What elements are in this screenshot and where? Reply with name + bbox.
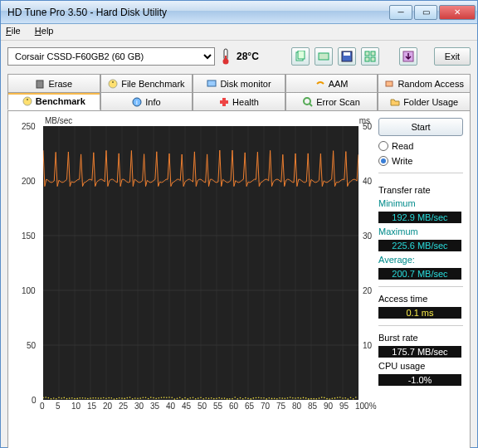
- svg-point-56: [61, 397, 62, 399]
- load-button[interactable]: [399, 47, 417, 66]
- svg-point-134: [266, 398, 267, 400]
- svg-rect-5: [319, 53, 329, 60]
- start-button[interactable]: Start: [378, 118, 463, 136]
- access-time-label: Access time: [378, 294, 463, 304]
- maximize-button[interactable]: ▭: [414, 5, 437, 20]
- drive-select[interactable]: Corsair CSSD-F60GB2 (60 GB): [7, 47, 215, 66]
- tab-file-benchmark[interactable]: File Benchmark: [100, 74, 193, 92]
- svg-point-15: [112, 81, 114, 83]
- svg-point-158: [329, 398, 330, 400]
- svg-point-106: [193, 397, 194, 399]
- access-time-value: 0.1 ms: [378, 307, 461, 319]
- svg-point-70: [98, 397, 100, 399]
- tab-error-scan[interactable]: Error Scan: [285, 92, 378, 110]
- menu-file[interactable]: File: [6, 26, 21, 36]
- svg-point-127: [247, 398, 249, 400]
- y-axis-left-label: MB/sec: [45, 116, 72, 125]
- svg-point-104: [187, 398, 188, 400]
- average-value: 200.7 MB/sec: [378, 268, 461, 280]
- svg-point-102: [182, 398, 183, 400]
- svg-point-116: [218, 397, 220, 399]
- svg-point-73: [105, 398, 107, 400]
- svg-point-18: [23, 97, 32, 105]
- svg-point-112: [208, 398, 210, 400]
- read-radio[interactable]: Read: [378, 141, 463, 151]
- tab-erase[interactable]: Erase: [7, 74, 100, 92]
- toolbar: Corsair CSSD-F60GB2 (60 GB) 28°C Exit: [1, 41, 477, 72]
- minimize-button[interactable]: ─: [389, 5, 412, 20]
- svg-point-147: [300, 397, 302, 399]
- tab-disk-monitor[interactable]: Disk monitor: [193, 74, 285, 92]
- write-radio[interactable]: Write: [378, 156, 463, 166]
- transfer-rate-label: Transfer rate: [378, 185, 463, 195]
- svg-point-153: [316, 398, 318, 400]
- svg-point-113: [211, 397, 212, 399]
- svg-point-151: [310, 398, 312, 400]
- svg-line-25: [310, 104, 312, 106]
- svg-point-115: [216, 398, 217, 400]
- close-button[interactable]: ✕: [439, 5, 476, 20]
- svg-point-119: [227, 398, 228, 400]
- menu-help[interactable]: Help: [35, 26, 54, 36]
- svg-point-159: [332, 398, 334, 400]
- svg-point-60: [71, 397, 73, 399]
- svg-point-103: [184, 397, 186, 399]
- svg-point-54: [56, 398, 57, 400]
- svg-point-52: [51, 398, 52, 400]
- svg-point-140: [281, 397, 283, 399]
- svg-point-105: [190, 397, 192, 399]
- tab-benchmark[interactable]: Benchmark: [7, 92, 100, 110]
- svg-rect-13: [37, 80, 43, 88]
- svg-point-14: [109, 80, 117, 88]
- svg-point-124: [240, 397, 241, 399]
- svg-rect-4: [298, 51, 305, 59]
- svg-point-156: [324, 397, 325, 399]
- save-button[interactable]: [338, 47, 356, 66]
- tab-folder-usage[interactable]: Folder Usage: [378, 92, 471, 110]
- svg-point-87: [143, 397, 144, 398]
- minimum-value: 192.9 MB/sec: [378, 212, 461, 223]
- chart-svg: [43, 126, 358, 400]
- svg-point-89: [148, 398, 149, 400]
- screenshot-button[interactable]: [315, 47, 333, 66]
- svg-point-61: [74, 398, 76, 400]
- svg-point-59: [69, 397, 71, 399]
- svg-point-67: [90, 397, 91, 399]
- svg-point-84: [134, 397, 136, 399]
- svg-point-101: [179, 397, 181, 399]
- options-button[interactable]: [361, 47, 379, 66]
- svg-point-138: [276, 398, 278, 400]
- tab-random-access[interactable]: Random Access: [378, 74, 471, 92]
- svg-point-91: [153, 397, 154, 399]
- svg-point-53: [53, 397, 55, 399]
- svg-point-143: [290, 397, 291, 398]
- svg-point-168: [355, 397, 357, 398]
- svg-point-85: [137, 397, 139, 399]
- svg-rect-7: [344, 52, 350, 56]
- menubar: File Help: [1, 24, 477, 41]
- content-pane: MB/sec ms 250 200 150 100 50 0 50 40 30 …: [7, 110, 471, 448]
- svg-point-110: [202, 398, 204, 400]
- maximum-label: Maximum: [378, 226, 463, 236]
- cpu-usage-label: CPU usage: [378, 361, 463, 371]
- svg-point-123: [237, 398, 239, 400]
- tab-row-2: Benchmark iInfo Health Error Scan Folder…: [7, 92, 471, 110]
- svg-point-109: [200, 397, 202, 398]
- exit-button[interactable]: Exit: [434, 47, 471, 66]
- svg-point-118: [224, 397, 226, 399]
- minimum-label: Minimum: [378, 198, 463, 208]
- svg-rect-10: [365, 57, 369, 61]
- tab-aam[interactable]: AAM: [285, 74, 378, 92]
- average-label: Average:: [378, 255, 463, 265]
- svg-point-65: [85, 397, 86, 399]
- copy-info-button[interactable]: [291, 47, 310, 66]
- results-panel: Start Read Write Transfer rate Minimum 1…: [378, 118, 463, 448]
- tab-health[interactable]: Health: [193, 92, 285, 110]
- svg-point-117: [222, 398, 223, 400]
- tab-info[interactable]: iInfo: [100, 92, 193, 110]
- cpu-usage-value: -1.0%: [378, 374, 461, 386]
- svg-point-66: [87, 398, 89, 400]
- svg-point-149: [305, 397, 307, 399]
- svg-point-165: [348, 398, 349, 400]
- burst-rate-value: 175.7 MB/sec: [378, 346, 461, 358]
